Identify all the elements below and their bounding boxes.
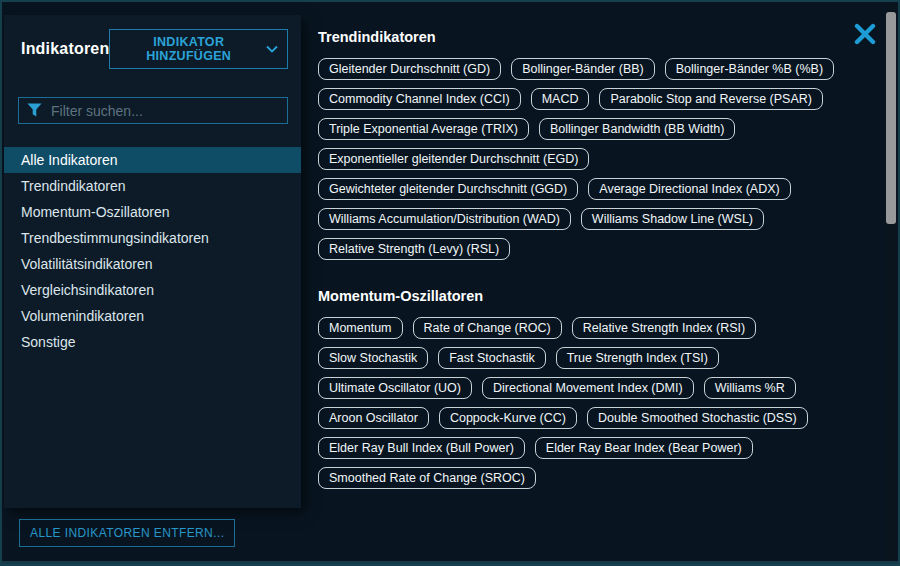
sidebar-item-trendindikatoren[interactable]: Trendindikatoren [4, 173, 301, 199]
pill-row: Elder Ray Bull Index (Bull Power)Elder R… [318, 437, 884, 459]
indicator-pill-average-directional-index-adx[interactable]: Average Directional Index (ADX) [588, 178, 790, 200]
sidebar-item-momentum-oszillatoren[interactable]: Momentum-Oszillatoren [4, 199, 301, 225]
indicator-pill-relative-strength-levy-rsl[interactable]: Relative Strength (Levy) (RSL) [318, 238, 510, 260]
indicator-pill-elder-ray-bull-index-bull-power[interactable]: Elder Ray Bull Index (Bull Power) [318, 437, 525, 459]
section-title-momentum-oszillatoren: Momentum-Oszillatoren [318, 288, 884, 304]
indicator-pill-williams-r[interactable]: Williams %R [704, 377, 796, 399]
pill-row: Triple Exponential Average (TRIX)Bolling… [318, 118, 884, 140]
scrollbar[interactable] [886, 4, 896, 559]
sidebar-item-alle-indikatoren[interactable]: Alle Indikatoren [4, 147, 301, 173]
indicator-pill-bollinger-b-nder-b-b[interactable]: Bollinger-Bänder %B (%B) [665, 58, 834, 80]
indicator-pill-directional-movement-index-dmi[interactable]: Directional Movement Index (DMI) [482, 377, 694, 399]
pill-row: Williams Accumulation/Distribution (WAD)… [318, 208, 884, 230]
indicator-pill-aroon-oscillator[interactable]: Aroon Oscillator [318, 407, 429, 429]
indicator-pill-gewichteter-gleitender-durchschnitt-ggd[interactable]: Gewichteter gleitender Durchschnitt (GGD… [318, 178, 578, 200]
indicator-pill-relative-strength-index-rsi[interactable]: Relative Strength Index (RSI) [572, 317, 757, 339]
indicator-pill-true-strength-index-tsi[interactable]: True Strength Index (TSI) [556, 347, 719, 369]
indicator-pill-fast-stochastik[interactable]: Fast Stochastik [438, 347, 545, 369]
indicator-pill-parabolic-stop-and-reverse-psar[interactable]: Parabolic Stop and Reverse (PSAR) [599, 88, 822, 110]
indicator-pill-triple-exponential-average-trix[interactable]: Triple Exponential Average (TRIX) [318, 118, 529, 140]
indicator-pill-macd[interactable]: MACD [531, 88, 590, 110]
sidebar: Indikatoren INDIKATOR HINZUFÜGEN Alle In… [4, 15, 301, 508]
sidebar-item-vergleichsindikatoren[interactable]: Vergleichsindikatoren [4, 277, 301, 303]
sidebar-item-trendbestimmungsindikatoren[interactable]: Trendbestimmungsindikatoren [4, 225, 301, 251]
indicator-pill-gleitender-durchschnitt-gd[interactable]: Gleitender Durchschnitt (GD) [318, 58, 501, 80]
pill-row: Gewichteter gleitender Durchschnitt (GGD… [318, 178, 884, 200]
indicator-sections: TrendindikatorenGleitender Durchschnitt … [302, 15, 884, 556]
indicator-pill-exponentieller-gleitender-durchschnitt-egd[interactable]: Exponentieller gleitender Durchschnitt (… [318, 148, 589, 170]
pill-row: Gleitender Durchschnitt (GD)Bollinger-Bä… [318, 58, 884, 80]
category-list: Alle IndikatorenTrendindikatorenMomentum… [4, 147, 301, 355]
pill-row: Ultimate Oscillator (UO)Directional Move… [318, 377, 884, 399]
pill-row: Slow StochastikFast StochastikTrue Stren… [318, 347, 884, 369]
sidebar-item-sonstige[interactable]: Sonstige [4, 329, 301, 355]
indicator-pill-rate-of-change-roc[interactable]: Rate of Change (ROC) [413, 317, 562, 339]
pill-row: Exponentieller gleitender Durchschnitt (… [318, 148, 884, 170]
pill-row: Aroon OscillatorCoppock-Kurve (CC)Double… [318, 407, 884, 429]
remove-all-indicators-button[interactable]: ALLE INDIKATOREN ENTFERN... [19, 519, 235, 547]
sidebar-item-volumenindikatoren[interactable]: Volumenindikatoren [4, 303, 301, 329]
close-button[interactable] [854, 23, 876, 45]
add-indicator-button[interactable]: INDIKATOR HINZUFÜGEN [109, 29, 288, 69]
scrollbar-thumb[interactable] [886, 12, 896, 224]
indicator-pill-williams-shadow-line-wsl[interactable]: Williams Shadow Line (WSL) [581, 208, 764, 230]
indicator-pill-smoothed-rate-of-change-sroc[interactable]: Smoothed Rate of Change (SROC) [318, 467, 536, 489]
section-title-trendindikatoren: Trendindikatoren [318, 29, 884, 45]
indicator-pill-momentum[interactable]: Momentum [318, 317, 403, 339]
filter-funnel-icon [27, 103, 42, 121]
sidebar-item-volatilit-tsindikatoren[interactable]: Volatilitätsindikatoren [4, 251, 301, 277]
add-indicator-button-label: INDIKATOR HINZUFÜGEN [119, 35, 258, 63]
close-icon [854, 33, 876, 48]
filter-search-input[interactable] [18, 97, 288, 124]
indicator-pill-double-smoothed-stochastic-dss[interactable]: Double Smoothed Stochastic (DSS) [587, 407, 808, 429]
pill-row: MomentumRate of Change (ROC)Relative Str… [318, 317, 884, 339]
indicator-pill-coppock-kurve-cc[interactable]: Coppock-Kurve (CC) [439, 407, 577, 429]
indicator-pill-slow-stochastik[interactable]: Slow Stochastik [318, 347, 428, 369]
pill-row: Smoothed Rate of Change (SROC) [318, 467, 884, 489]
pill-row: Commodity Channel Index (CCI)MACDParabol… [318, 88, 884, 110]
indicator-pill-williams-accumulation-distribution-wad[interactable]: Williams Accumulation/Distribution (WAD) [318, 208, 571, 230]
page-title: Indikatoren [21, 40, 109, 58]
filter-search [18, 97, 288, 124]
indicator-pill-commodity-channel-index-cci[interactable]: Commodity Channel Index (CCI) [318, 88, 521, 110]
indicator-pill-elder-ray-bear-index-bear-power[interactable]: Elder Ray Bear Index (Bear Power) [535, 437, 753, 459]
chevron-down-icon [266, 45, 278, 53]
indicator-pill-bollinger-b-nder-bb[interactable]: Bollinger-Bänder (BB) [511, 58, 655, 80]
indicator-pill-ultimate-oscillator-uo[interactable]: Ultimate Oscillator (UO) [318, 377, 472, 399]
indicator-dialog: Indikatoren INDIKATOR HINZUFÜGEN Alle In… [0, 0, 900, 566]
pill-row: Relative Strength (Levy) (RSL) [318, 238, 884, 260]
indicator-pill-bollinger-bandwidth-bb-width[interactable]: Bollinger Bandwidth (BB Width) [539, 118, 735, 140]
sidebar-header: Indikatoren INDIKATOR HINZUFÜGEN [4, 15, 301, 69]
